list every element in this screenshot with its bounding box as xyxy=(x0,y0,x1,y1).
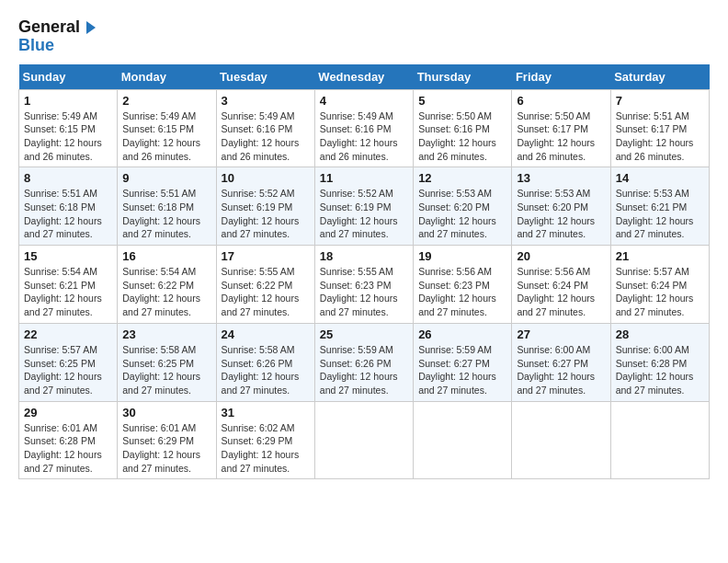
week-row-3: 15Sunrise: 5:54 AM Sunset: 6:21 PM Dayli… xyxy=(19,246,710,324)
day-cell: 31Sunrise: 6:02 AM Sunset: 6:29 PM Dayli… xyxy=(216,401,314,479)
day-number: 24 xyxy=(222,327,310,341)
calendar-table: SundayMondayTuesdayWednesdayThursdayFrid… xyxy=(18,64,710,480)
day-info: Sunrise: 5:58 AM Sunset: 6:25 PM Dayligh… xyxy=(122,344,200,396)
day-info: Sunrise: 5:57 AM Sunset: 6:25 PM Dayligh… xyxy=(24,344,102,396)
day-number: 29 xyxy=(24,406,112,419)
day-info: Sunrise: 5:58 AM Sunset: 6:26 PM Dayligh… xyxy=(222,344,300,396)
day-cell: 16Sunrise: 5:54 AM Sunset: 6:22 PM Dayli… xyxy=(118,246,216,324)
week-row-5: 29Sunrise: 6:01 AM Sunset: 6:28 PM Dayli… xyxy=(19,401,710,479)
day-cell: 13Sunrise: 5:53 AM Sunset: 6:20 PM Dayli… xyxy=(512,167,610,246)
day-cell: 15Sunrise: 5:54 AM Sunset: 6:21 PM Dayli… xyxy=(19,246,118,324)
day-number: 13 xyxy=(517,171,605,185)
day-cell: 28Sunrise: 6:00 AM Sunset: 6:28 PM Dayli… xyxy=(610,323,709,401)
week-row-1: 1Sunrise: 5:49 AM Sunset: 6:15 PM Daylig… xyxy=(19,89,710,167)
day-cell xyxy=(610,401,709,479)
day-info: Sunrise: 5:57 AM Sunset: 6:24 PM Dayligh… xyxy=(616,266,694,317)
logo-text-general: General xyxy=(18,18,99,37)
day-number: 4 xyxy=(320,94,408,108)
day-number: 12 xyxy=(418,171,506,185)
day-cell: 21Sunrise: 5:57 AM Sunset: 6:24 PM Dayli… xyxy=(610,246,709,324)
day-cell: 1Sunrise: 5:49 AM Sunset: 6:15 PM Daylig… xyxy=(19,89,118,167)
day-cell: 20Sunrise: 5:56 AM Sunset: 6:24 PM Dayli… xyxy=(512,246,610,324)
day-cell: 2Sunrise: 5:49 AM Sunset: 6:15 PM Daylig… xyxy=(118,89,216,167)
day-cell: 24Sunrise: 5:58 AM Sunset: 6:26 PM Dayli… xyxy=(216,323,314,401)
day-cell: 6Sunrise: 5:50 AM Sunset: 6:17 PM Daylig… xyxy=(512,89,610,167)
day-info: Sunrise: 6:00 AM Sunset: 6:28 PM Dayligh… xyxy=(616,344,694,396)
day-number: 3 xyxy=(222,94,310,108)
day-cell: 22Sunrise: 5:57 AM Sunset: 6:25 PM Dayli… xyxy=(19,323,118,401)
day-info: Sunrise: 5:55 AM Sunset: 6:23 PM Dayligh… xyxy=(320,266,398,317)
day-info: Sunrise: 6:01 AM Sunset: 6:28 PM Dayligh… xyxy=(24,422,102,474)
day-number: 10 xyxy=(222,171,310,185)
logo-text-blue: Blue xyxy=(18,37,99,55)
day-cell xyxy=(414,401,512,479)
day-info: Sunrise: 5:49 AM Sunset: 6:15 PM Dayligh… xyxy=(24,110,102,162)
day-cell: 29Sunrise: 6:01 AM Sunset: 6:28 PM Dayli… xyxy=(19,401,118,479)
day-number: 18 xyxy=(320,249,408,263)
day-cell xyxy=(314,401,413,479)
day-number: 30 xyxy=(122,406,210,419)
day-cell: 12Sunrise: 5:53 AM Sunset: 6:20 PM Dayli… xyxy=(414,167,512,246)
day-header-saturday: Saturday xyxy=(610,64,709,90)
day-number: 9 xyxy=(122,171,210,185)
day-number: 5 xyxy=(418,94,506,108)
day-number: 19 xyxy=(418,249,506,263)
day-cell: 18Sunrise: 5:55 AM Sunset: 6:23 PM Dayli… xyxy=(314,246,413,324)
day-info: Sunrise: 5:52 AM Sunset: 6:19 PM Dayligh… xyxy=(320,188,398,239)
day-info: Sunrise: 5:53 AM Sunset: 6:20 PM Dayligh… xyxy=(418,188,496,239)
day-cell: 4Sunrise: 5:49 AM Sunset: 6:16 PM Daylig… xyxy=(314,89,413,167)
day-number: 14 xyxy=(616,171,704,185)
day-info: Sunrise: 5:53 AM Sunset: 6:20 PM Dayligh… xyxy=(517,188,595,239)
day-cell: 7Sunrise: 5:51 AM Sunset: 6:17 PM Daylig… xyxy=(610,89,709,167)
day-info: Sunrise: 5:51 AM Sunset: 6:17 PM Dayligh… xyxy=(616,110,694,162)
day-number: 25 xyxy=(320,327,408,341)
day-info: Sunrise: 5:52 AM Sunset: 6:19 PM Dayligh… xyxy=(222,188,300,239)
day-info: Sunrise: 5:59 AM Sunset: 6:26 PM Dayligh… xyxy=(320,344,398,396)
day-cell: 11Sunrise: 5:52 AM Sunset: 6:19 PM Dayli… xyxy=(314,167,413,246)
day-number: 7 xyxy=(616,94,704,108)
day-number: 2 xyxy=(122,94,210,108)
day-number: 22 xyxy=(24,327,112,341)
day-cell: 27Sunrise: 6:00 AM Sunset: 6:27 PM Dayli… xyxy=(512,323,610,401)
header-row: SundayMondayTuesdayWednesdayThursdayFrid… xyxy=(19,64,710,90)
day-number: 1 xyxy=(24,94,112,108)
day-info: Sunrise: 5:49 AM Sunset: 6:16 PM Dayligh… xyxy=(320,110,398,162)
day-info: Sunrise: 5:50 AM Sunset: 6:16 PM Dayligh… xyxy=(418,110,496,162)
day-number: 28 xyxy=(616,327,704,341)
day-info: Sunrise: 6:00 AM Sunset: 6:27 PM Dayligh… xyxy=(517,344,595,396)
day-cell: 19Sunrise: 5:56 AM Sunset: 6:23 PM Dayli… xyxy=(414,246,512,324)
day-header-monday: Monday xyxy=(118,64,216,90)
day-number: 26 xyxy=(418,327,506,341)
day-info: Sunrise: 6:01 AM Sunset: 6:29 PM Dayligh… xyxy=(122,422,200,474)
day-info: Sunrise: 5:54 AM Sunset: 6:22 PM Dayligh… xyxy=(122,266,200,317)
day-info: Sunrise: 5:49 AM Sunset: 6:16 PM Dayligh… xyxy=(222,110,300,162)
day-cell: 14Sunrise: 5:53 AM Sunset: 6:21 PM Dayli… xyxy=(610,167,709,246)
day-info: Sunrise: 5:59 AM Sunset: 6:27 PM Dayligh… xyxy=(418,344,496,396)
day-number: 15 xyxy=(24,249,112,263)
day-cell: 26Sunrise: 5:59 AM Sunset: 6:27 PM Dayli… xyxy=(414,323,512,401)
day-number: 20 xyxy=(517,249,605,263)
day-cell: 5Sunrise: 5:50 AM Sunset: 6:16 PM Daylig… xyxy=(414,89,512,167)
day-header-tuesday: Tuesday xyxy=(216,64,314,90)
day-header-sunday: Sunday xyxy=(19,64,118,90)
day-info: Sunrise: 5:54 AM Sunset: 6:21 PM Dayligh… xyxy=(24,266,102,317)
day-cell: 23Sunrise: 5:58 AM Sunset: 6:25 PM Dayli… xyxy=(118,323,216,401)
day-number: 23 xyxy=(122,327,210,341)
week-row-2: 8Sunrise: 5:51 AM Sunset: 6:18 PM Daylig… xyxy=(19,167,710,246)
day-number: 16 xyxy=(122,249,210,263)
day-info: Sunrise: 5:56 AM Sunset: 6:24 PM Dayligh… xyxy=(517,266,595,317)
day-number: 11 xyxy=(320,171,408,185)
day-cell: 25Sunrise: 5:59 AM Sunset: 6:26 PM Dayli… xyxy=(314,323,413,401)
day-cell: 17Sunrise: 5:55 AM Sunset: 6:22 PM Dayli… xyxy=(216,246,314,324)
day-info: Sunrise: 5:51 AM Sunset: 6:18 PM Dayligh… xyxy=(24,188,102,239)
day-header-thursday: Thursday xyxy=(414,64,512,90)
day-cell: 30Sunrise: 6:01 AM Sunset: 6:29 PM Dayli… xyxy=(118,401,216,479)
day-cell: 3Sunrise: 5:49 AM Sunset: 6:16 PM Daylig… xyxy=(216,89,314,167)
day-number: 6 xyxy=(517,94,605,108)
week-row-4: 22Sunrise: 5:57 AM Sunset: 6:25 PM Dayli… xyxy=(19,323,710,401)
day-info: Sunrise: 5:53 AM Sunset: 6:21 PM Dayligh… xyxy=(616,188,694,239)
day-number: 17 xyxy=(222,249,310,263)
day-cell: 8Sunrise: 5:51 AM Sunset: 6:18 PM Daylig… xyxy=(19,167,118,246)
day-cell: 9Sunrise: 5:51 AM Sunset: 6:18 PM Daylig… xyxy=(118,167,216,246)
day-info: Sunrise: 5:56 AM Sunset: 6:23 PM Dayligh… xyxy=(418,266,496,317)
